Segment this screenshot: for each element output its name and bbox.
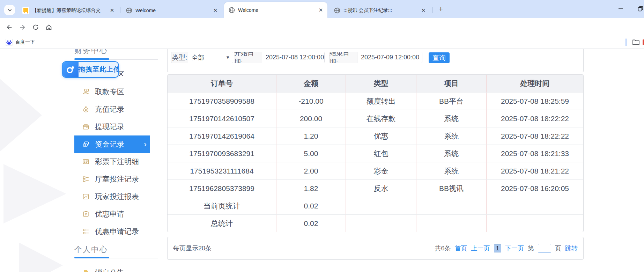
hand-money-icon: [82, 88, 90, 96]
sidebar-item-lottery-bet-detail[interactable]: 彩票下注明细: [74, 153, 158, 170]
chart-icon: [82, 193, 90, 200]
tab-forum[interactable]: 【新提醒】海燕策略论坛综合交 ✕: [18, 3, 119, 18]
order-no: 1751962805373899: [168, 180, 276, 197]
project: 系统: [416, 110, 487, 127]
project: 系统: [416, 145, 487, 162]
start-date-value: 2025-07-08 12:00:00: [266, 54, 324, 61]
sidebar-item-promo-apply[interactable]: 优惠申请: [74, 205, 158, 223]
start-date-label: 开始日期:: [234, 52, 262, 63]
tab-close-icon[interactable]: ✕: [318, 7, 324, 13]
globe-icon: [228, 7, 235, 14]
home-button[interactable]: [44, 23, 53, 32]
web-page: 财务中心 存款专区 取款专区 充值记录 提现记录 资金记录 › 彩票下注明细: [0, 49, 644, 272]
forward-button[interactable]: [18, 23, 27, 32]
sidebar-item-withdraw-records[interactable]: 提现记录: [74, 118, 158, 135]
column-header: 金额: [276, 75, 346, 92]
tab-welcome-1[interactable]: Welcome ✕: [121, 3, 222, 18]
sidebar-item-promo-apply-records[interactable]: 优惠申请记录: [74, 223, 158, 240]
sidebar-item-label: 提现记录: [95, 122, 124, 132]
jump-go-link[interactable]: 跳转: [565, 244, 578, 252]
summary-amount: 0.02: [276, 197, 346, 214]
section-divider-accent: [74, 257, 109, 258]
end-date-label: 结束日期:: [330, 52, 357, 63]
minimize-button[interactable]: [613, 0, 629, 17]
sidebar-section-personal: 个人中心: [74, 244, 108, 255]
watermark-triangle: [3, 164, 66, 223]
next-page-link[interactable]: 下一页: [505, 244, 524, 252]
sidebar-item-recharge-records[interactable]: 充值记录: [74, 101, 158, 118]
first-page-link[interactable]: 首页: [455, 244, 467, 252]
baidu-netdisk-logo: [62, 62, 79, 77]
sidebar-item-label: 优惠申请记录: [95, 227, 139, 236]
type: 红包: [346, 145, 416, 162]
browser-toolbar: js13.cc/hhcp/usercenter.html?iniType=6: [0, 18, 644, 36]
bookmarks-folder-button[interactable]: [632, 38, 640, 46]
prev-page-link[interactable]: 上一页: [471, 244, 490, 252]
query-button[interactable]: 查询: [429, 52, 450, 63]
fund-records-table: 订单号 金额 类型 项目 处理时间 1751970358909588 -210.…: [167, 74, 584, 232]
upload-tooltip-text: 拖拽至此上传: [79, 62, 119, 77]
type: 彩金: [346, 162, 416, 179]
jump-prefix: 第: [528, 244, 534, 252]
sidebar-item-withdraw-zone[interactable]: 取款专区: [74, 83, 158, 101]
order-no: 1751970142619064: [168, 127, 276, 145]
process-time: 2025-07-08 18:25:59: [487, 93, 583, 110]
netdisk-upload-overlay[interactable]: 拖拽至此上传: [62, 61, 119, 78]
new-tab-button[interactable]: +: [436, 5, 445, 14]
pagination-controls: 共6条 首页 上一页 1 下一页 第 页 跳转: [435, 244, 578, 253]
process-time: 2025-07-08 18:22:22: [487, 110, 583, 127]
sidebar-item-hall-bet-records[interactable]: 厅室投注记录: [74, 170, 158, 188]
watermark-triangle: [19, 243, 63, 272]
tab-close-icon[interactable]: ✕: [420, 7, 427, 14]
sidebar-item-label: 玩家投注报表: [95, 192, 139, 201]
summary-label: 当前页统计: [168, 197, 276, 214]
back-button[interactable]: [5, 23, 14, 32]
bookmark-label: 百度一下: [15, 39, 35, 45]
end-date-input[interactable]: 2025-07-09 12:00:00: [357, 52, 422, 63]
tab-divider: [432, 7, 432, 13]
maximize-button[interactable]: [632, 0, 644, 17]
tab-video-records[interactable]: :::视讯 会员下注纪录::: ✕: [330, 3, 430, 18]
browser-window: 【新提醒】海燕策略论坛综合交 ✕ Welcome ✕ Welcome ✕ :::…: [0, 0, 644, 272]
jump-page-input[interactable]: [538, 244, 551, 253]
table-row: 1751970142610507 200.00 在线存款 系统 2025-07-…: [168, 110, 583, 127]
empty-cell: [346, 215, 416, 232]
type-filter-group: 类型: 全部 ▼: [171, 52, 233, 63]
project: BB视讯: [416, 180, 487, 197]
tab-search-button[interactable]: [4, 5, 15, 15]
gift-icon: [82, 210, 90, 218]
watermark-triangle: [0, 70, 42, 161]
sidebar-item-player-bet-report[interactable]: 玩家投注报表: [74, 188, 158, 205]
chat-note-yellow-icon: [22, 7, 29, 14]
bookmark-baidu[interactable]: 百度一下: [3, 38, 37, 47]
sidebar-item-fund-records[interactable]: 资金记录 ›: [74, 135, 150, 153]
tab-close-icon[interactable]: ✕: [212, 7, 219, 14]
project: 系统: [416, 162, 487, 179]
start-date-input[interactable]: 2025-07-08 12:00:00: [262, 52, 324, 63]
column-header: 处理时间: [487, 75, 583, 92]
current-page[interactable]: 1: [494, 244, 501, 252]
tab-strip: 【新提醒】海燕策略论坛综合交 ✕ Welcome ✕ Welcome ✕ :::…: [0, 0, 644, 18]
chevron-right-icon: ›: [144, 140, 147, 148]
home-icon: [45, 23, 53, 31]
order-no: 1751970358909588: [168, 93, 276, 110]
end-date-group: 结束日期: 2025-07-09 12:00:00: [329, 52, 422, 63]
sidebar-item-label: 资金记录: [95, 139, 124, 149]
chevron-down-icon: ▼: [225, 55, 230, 60]
document-icon: [82, 269, 90, 272]
tab-welcome-active[interactable]: Welcome ✕: [224, 2, 327, 18]
reload-button[interactable]: [31, 23, 40, 32]
tab-divider: [120, 7, 120, 13]
column-header: 项目: [416, 75, 487, 92]
sidebar-section-finance: 财务中心: [74, 49, 108, 56]
tab-close-icon[interactable]: ✕: [109, 7, 115, 14]
type-select[interactable]: 全部 ▼: [188, 52, 233, 63]
order-no: 1751970093683291: [168, 145, 276, 162]
process-time: 2025-07-08 18:22:22: [487, 127, 583, 145]
globe-icon: [334, 7, 341, 14]
checklist-icon: [82, 228, 90, 235]
sidebar-item-announcements[interactable]: 消息公告: [74, 264, 158, 272]
process-time: 2025-07-08 18:21:33: [487, 145, 583, 162]
project: BB平台: [416, 93, 487, 110]
empty-cell: [346, 197, 416, 214]
